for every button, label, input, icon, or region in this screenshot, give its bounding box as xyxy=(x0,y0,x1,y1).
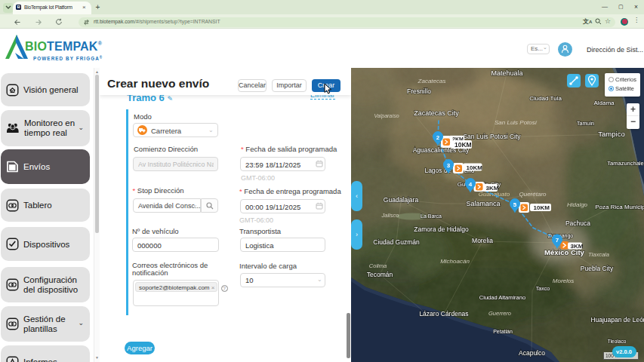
svg-text:Huajuapan de León: Huajuapan de León xyxy=(590,316,644,324)
svg-text:San Luis Potosi City: San Luis Potosi City xyxy=(463,133,521,140)
svg-text:10KM: 10KM xyxy=(454,141,472,149)
svg-text:Jalisco: Jalisco xyxy=(381,212,399,219)
svg-text:Petatlán: Petatlán xyxy=(493,329,513,334)
svg-text:Ciudad Tula: Ciudad Tula xyxy=(529,95,562,102)
svg-text:3KM: 3KM xyxy=(486,185,499,192)
svg-text:2: 2 xyxy=(436,134,440,141)
svg-text:Tecomán: Tecomán xyxy=(367,271,393,278)
svg-text:7: 7 xyxy=(556,237,559,244)
svg-text:La Barca: La Barca xyxy=(421,213,442,219)
svg-text:Tamuín: Tamuín xyxy=(577,121,594,126)
svg-text:Zamora de Hidalgo: Zamora de Hidalgo xyxy=(414,225,469,233)
svg-text:Aldama: Aldama xyxy=(593,100,615,106)
svg-text:Valparaíso: Valparaíso xyxy=(374,113,399,119)
svg-text:Pachuca: Pachuca xyxy=(565,219,590,227)
svg-text:10KM: 10KM xyxy=(467,164,483,171)
svg-text:Ciudad Guzmán: Ciudad Guzmán xyxy=(373,238,420,246)
svg-text:Michoacán: Michoacán xyxy=(440,258,470,265)
svg-text:Guanajuato: Guanajuato xyxy=(479,191,510,198)
svg-text:3KM: 3KM xyxy=(571,243,584,250)
svg-text:Morelos: Morelos xyxy=(553,278,574,284)
svg-text:Hidalgo: Hidalgo xyxy=(567,201,588,208)
svg-text:Taxco: Taxco xyxy=(536,286,550,291)
svg-text:Colima: Colima xyxy=(369,262,387,269)
svg-text:Puebla City: Puebla City xyxy=(581,265,614,272)
svg-text:Guadalajara: Guadalajara xyxy=(384,196,419,204)
svg-text:Zacatecas City: Zacatecas City xyxy=(414,109,459,117)
svg-text:Tampico: Tampico xyxy=(598,130,624,138)
svg-text:Zacatecas: Zacatecas xyxy=(418,78,446,84)
svg-text:Matehuala: Matehuala xyxy=(491,69,522,77)
svg-text:5: 5 xyxy=(513,201,517,208)
svg-text:4: 4 xyxy=(469,181,473,188)
svg-text:Lázaro Cárdenas: Lázaro Cárdenas xyxy=(419,310,468,318)
svg-text:Ciudad Altamirano: Ciudad Altamirano xyxy=(479,294,525,301)
svg-text:10KM: 10KM xyxy=(534,204,550,211)
svg-text:Fresnillo: Fresnillo xyxy=(407,87,431,95)
svg-text:Tamazunchale: Tamazunchale xyxy=(607,160,643,167)
svg-text:San Luis Potosí: San Luis Potosí xyxy=(495,119,538,126)
svg-text:Morelia: Morelia xyxy=(472,237,493,244)
svg-text:Querétaro: Querétaro xyxy=(519,191,547,198)
svg-text:Salamanca: Salamanca xyxy=(466,200,500,207)
svg-text:3: 3 xyxy=(447,162,451,169)
svg-text:Tlaxcala: Tlaxcala xyxy=(588,251,609,258)
svg-text:Poza Rica Municipal: Poza Rica Municipal xyxy=(595,204,644,210)
svg-text:Guerrero: Guerrero xyxy=(488,310,511,317)
svg-text:Tleolaco: Tleolaco xyxy=(608,339,627,344)
svg-text:Acapulco: Acapulco xyxy=(519,349,545,357)
